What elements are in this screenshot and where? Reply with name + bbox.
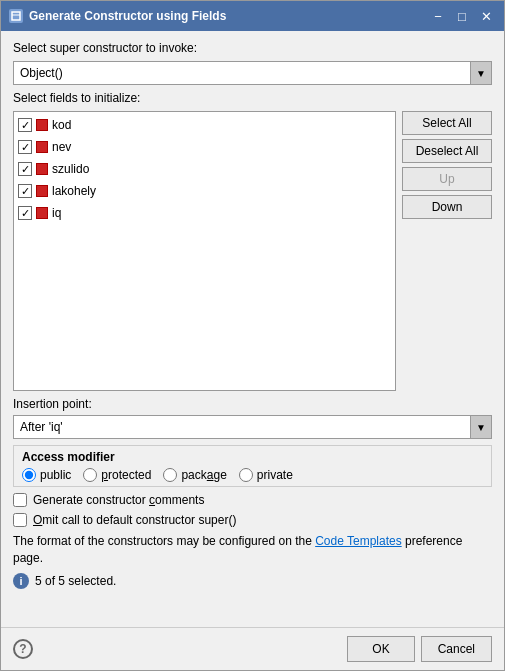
- radio-private-input[interactable]: [239, 468, 253, 482]
- field-checkbox[interactable]: ✓: [18, 162, 32, 176]
- radio-package-label: package: [181, 468, 226, 482]
- select-all-button[interactable]: Select All: [402, 111, 492, 135]
- status-row: i 5 of 5 selected.: [13, 573, 492, 590]
- field-name-label: iq: [52, 206, 61, 220]
- radio-protected-label: protected: [101, 468, 151, 482]
- list-item[interactable]: ✓iq: [14, 202, 395, 224]
- radio-package-input[interactable]: [163, 468, 177, 482]
- maximize-button[interactable]: □: [452, 6, 472, 26]
- radio-protected-input[interactable]: [83, 468, 97, 482]
- window-controls: − □ ✕: [428, 6, 496, 26]
- field-name-label: nev: [52, 140, 71, 154]
- insertion-point-label: Insertion point:: [13, 397, 492, 411]
- access-modifier-title: Access modifier: [22, 450, 483, 464]
- field-name-label: kod: [52, 118, 71, 132]
- field-name-label: szulido: [52, 162, 89, 176]
- radio-private[interactable]: private: [239, 468, 293, 482]
- help-icon[interactable]: ?: [13, 639, 33, 659]
- omit-call-checkbox[interactable]: [13, 513, 27, 527]
- list-item[interactable]: ✓kod: [14, 114, 395, 136]
- radio-package[interactable]: package: [163, 468, 226, 482]
- ok-button[interactable]: OK: [347, 636, 414, 662]
- cancel-button[interactable]: Cancel: [421, 636, 492, 662]
- bottom-bar: ? OK Cancel: [1, 627, 504, 670]
- deselect-all-button[interactable]: Deselect All: [402, 139, 492, 163]
- radio-group: public protected package private: [22, 468, 483, 482]
- title-bar: Generate Constructor using Fields − □ ✕: [1, 1, 504, 31]
- field-type-icon: [36, 141, 48, 153]
- field-type-icon: [36, 163, 48, 175]
- insertion-point-dropdown[interactable]: After 'iq': [13, 415, 492, 439]
- omit-call-label: Omit call to default constructor super(): [33, 513, 236, 527]
- list-item[interactable]: ✓nev: [14, 136, 395, 158]
- omit-call-checkbox-row[interactable]: Omit call to default constructor super(): [13, 513, 492, 527]
- radio-public-input[interactable]: [22, 468, 36, 482]
- svg-rect-0: [12, 12, 20, 20]
- info-icon: i: [13, 573, 29, 589]
- field-type-icon: [36, 119, 48, 131]
- radio-protected[interactable]: protected: [83, 468, 151, 482]
- field-checkbox[interactable]: ✓: [18, 118, 32, 132]
- field-name-label: lakohely: [52, 184, 96, 198]
- super-constructor-label: Select super constructor to invoke:: [13, 41, 492, 55]
- down-button[interactable]: Down: [402, 195, 492, 219]
- insertion-point-dropdown-wrapper: After 'iq' ▼: [13, 415, 492, 439]
- field-type-icon: [36, 185, 48, 197]
- info-text-block: The format of the constructors may be co…: [13, 533, 492, 567]
- window-icon: [9, 9, 23, 23]
- fields-section: ✓kod✓nev✓szulido✓lakohely✓iq Select All …: [13, 111, 492, 391]
- field-checkbox[interactable]: ✓: [18, 206, 32, 220]
- close-button[interactable]: ✕: [476, 6, 496, 26]
- main-window: Generate Constructor using Fields − □ ✕ …: [0, 0, 505, 671]
- insertion-point-section: Insertion point: After 'iq' ▼: [13, 397, 492, 439]
- action-buttons: Select All Deselect All Up Down: [402, 111, 492, 219]
- status-text: 5 of 5 selected.: [35, 573, 116, 590]
- info-text-before: The format of the constructors may be co…: [13, 534, 315, 548]
- code-templates-link[interactable]: Code Templates: [315, 534, 402, 548]
- dialog-content: Select super constructor to invoke: Obje…: [1, 31, 504, 627]
- generate-comments-checkbox[interactable]: [13, 493, 27, 507]
- up-button[interactable]: Up: [402, 167, 492, 191]
- radio-private-label: private: [257, 468, 293, 482]
- access-modifier-section: Access modifier public protected package…: [13, 445, 492, 487]
- generate-comments-label: Generate constructor comments: [33, 493, 204, 507]
- super-constructor-dropdown-wrapper: Object() ▼: [13, 61, 492, 85]
- list-item[interactable]: ✓szulido: [14, 158, 395, 180]
- minimize-button[interactable]: −: [428, 6, 448, 26]
- field-checkbox[interactable]: ✓: [18, 140, 32, 154]
- generate-comments-checkbox-row[interactable]: Generate constructor comments: [13, 493, 492, 507]
- super-constructor-dropdown[interactable]: Object(): [13, 61, 492, 85]
- bottom-buttons: OK Cancel: [347, 636, 492, 662]
- fields-label: Select fields to initialize:: [13, 91, 492, 105]
- window-title: Generate Constructor using Fields: [29, 9, 422, 23]
- field-type-icon: [36, 207, 48, 219]
- list-item[interactable]: ✓lakohely: [14, 180, 395, 202]
- radio-public-label: public: [40, 468, 71, 482]
- field-checkbox[interactable]: ✓: [18, 184, 32, 198]
- radio-public[interactable]: public: [22, 468, 71, 482]
- fields-list[interactable]: ✓kod✓nev✓szulido✓lakohely✓iq: [13, 111, 396, 391]
